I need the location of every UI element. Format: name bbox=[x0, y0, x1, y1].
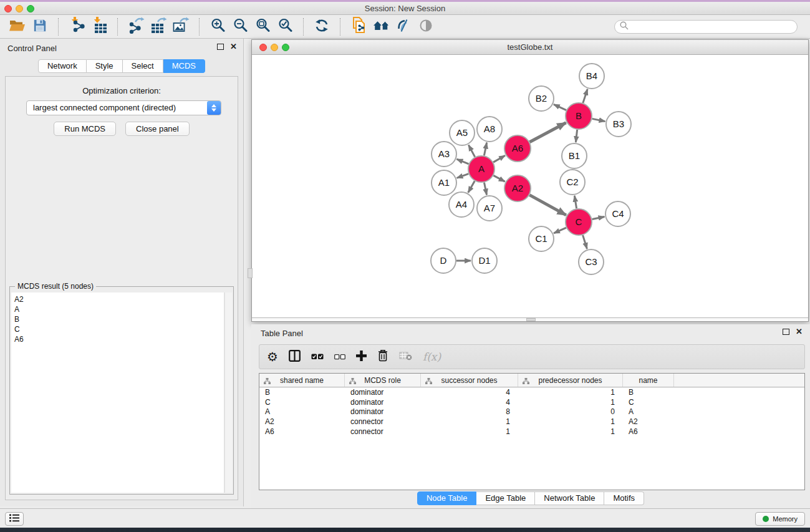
close-panel-button[interactable]: Close panel bbox=[125, 122, 190, 136]
show-panels-button[interactable] bbox=[5, 512, 24, 526]
mcds-result-item[interactable]: A bbox=[11, 304, 224, 314]
close-table-panel-icon[interactable]: ✕ bbox=[796, 329, 803, 335]
graph-edge-B-B4[interactable] bbox=[583, 89, 587, 103]
float-panel-icon[interactable] bbox=[217, 44, 224, 50]
table-row[interactable]: A6connector11A6 bbox=[259, 427, 804, 437]
graph-edge-A-A7[interactable] bbox=[484, 183, 486, 195]
table-row[interactable]: Cdominator41C bbox=[259, 397, 804, 407]
mcds-result-item[interactable]: A2 bbox=[11, 294, 224, 304]
memory-button[interactable]: Memory bbox=[755, 512, 805, 526]
show-eye-button[interactable] bbox=[415, 17, 437, 37]
home-layout-button[interactable] bbox=[370, 17, 392, 37]
graph-edge-A-A3[interactable] bbox=[456, 159, 468, 164]
tab-mcds[interactable]: MCDS bbox=[163, 59, 205, 73]
toolbar-separator bbox=[117, 18, 118, 36]
delete-table-button[interactable] bbox=[399, 348, 412, 365]
graph-node-label-C: C bbox=[576, 216, 582, 227]
plus-icon bbox=[356, 351, 367, 364]
network-zoom-light[interactable] bbox=[282, 44, 289, 51]
export-network-button[interactable] bbox=[125, 17, 147, 37]
column-header-name[interactable]: name bbox=[623, 374, 674, 387]
graph-node-label-B3: B3 bbox=[613, 118, 624, 129]
table-cell: 1 bbox=[421, 427, 518, 436]
graph-edge-B-B1[interactable] bbox=[576, 130, 577, 142]
graph-edge-C-C3[interactable] bbox=[583, 235, 587, 249]
function-builder-button[interactable]: f(x) bbox=[423, 348, 441, 365]
import-table-button[interactable] bbox=[88, 17, 110, 37]
optimization-criterion-dropdown[interactable]: largest connected component (directed) bbox=[26, 100, 221, 115]
table-cell: A2 bbox=[623, 417, 674, 426]
export-image-button[interactable] bbox=[170, 17, 192, 37]
dropdown-stepper-icon bbox=[207, 101, 221, 115]
tab-network-table[interactable]: Network Table bbox=[535, 491, 604, 505]
tab-node-table[interactable]: Node Table bbox=[417, 491, 477, 505]
deselect-all-button[interactable] bbox=[334, 348, 345, 365]
delete-column-button[interactable] bbox=[377, 348, 388, 365]
network-horizontal-scrollbar[interactable] bbox=[252, 317, 808, 321]
table-row[interactable]: Adominator80A bbox=[259, 407, 804, 417]
search-input[interactable] bbox=[632, 21, 797, 32]
open-session-button[interactable] bbox=[6, 17, 29, 37]
save-session-button[interactable] bbox=[29, 17, 51, 37]
graph-edge-A-A8[interactable] bbox=[484, 143, 486, 156]
search-field[interactable] bbox=[614, 20, 798, 34]
graph-edge-A2-C[interactable] bbox=[529, 195, 566, 215]
minimize-window-light[interactable] bbox=[16, 5, 23, 12]
refresh-view-button[interactable] bbox=[311, 17, 333, 37]
list-icon bbox=[9, 513, 19, 525]
zoom-window-light[interactable] bbox=[27, 5, 34, 12]
graph-edge-A6-B[interactable] bbox=[529, 123, 566, 142]
export-table-button[interactable] bbox=[147, 17, 170, 37]
zoom-in-button[interactable] bbox=[206, 17, 229, 37]
network-canvas[interactable]: B4B2BB3B1A5A8A6A3AA1A2C2A4A7CC4C1C3DD1 bbox=[252, 56, 808, 317]
run-mcds-button[interactable]: Run MCDS bbox=[54, 122, 116, 136]
graph-edge-A-A1[interactable] bbox=[457, 174, 469, 178]
zoom-out-button[interactable] bbox=[229, 17, 251, 37]
tab-network[interactable]: Network bbox=[38, 59, 87, 73]
zoom-fit-button[interactable] bbox=[251, 17, 274, 37]
graph-edge-B-B3[interactable] bbox=[592, 118, 605, 121]
tab-style[interactable]: Style bbox=[87, 59, 123, 73]
tab-select[interactable]: Select bbox=[123, 59, 163, 73]
network-vertical-scrollbar-thumb[interactable] bbox=[248, 268, 253, 278]
zoom-selected-button[interactable] bbox=[274, 17, 296, 37]
column-header-predecessor-nodes[interactable]: predecessor nodes bbox=[518, 374, 623, 387]
graph-edge-B-B2[interactable] bbox=[554, 104, 566, 110]
trash-icon bbox=[377, 349, 388, 364]
graph-edge-A-A4[interactable] bbox=[468, 181, 475, 193]
table-row[interactable]: Bdominator41B bbox=[259, 387, 804, 397]
graph-edge-C-C2[interactable] bbox=[574, 196, 576, 209]
toolbar-separator bbox=[199, 18, 200, 36]
graph-edge-C-C4[interactable] bbox=[592, 216, 605, 219]
table-row[interactable]: A2connector11A2 bbox=[259, 417, 804, 427]
close-window-light[interactable] bbox=[4, 5, 12, 12]
graph-edge-A-A2[interactable] bbox=[493, 175, 504, 181]
network-horizontal-scrollbar-thumb[interactable] bbox=[526, 318, 536, 321]
column-settings-button[interactable] bbox=[289, 348, 301, 365]
hide-graphics-details-button[interactable] bbox=[392, 17, 415, 37]
float-table-panel-icon[interactable] bbox=[783, 329, 789, 335]
graph-edge-A-A5[interactable] bbox=[468, 145, 475, 157]
mcds-result-item[interactable]: B bbox=[11, 314, 224, 324]
column-header-shared-name[interactable]: shared name bbox=[259, 374, 345, 387]
network-minimize-light[interactable] bbox=[271, 44, 278, 51]
select-all-button[interactable] bbox=[311, 348, 324, 365]
duplicate-network-button[interactable] bbox=[347, 17, 370, 37]
tab-edge-table[interactable]: Edge Table bbox=[476, 491, 535, 505]
mcds-result-scrollbar[interactable] bbox=[224, 293, 232, 493]
column-header-successor-nodes[interactable]: successor nodes bbox=[421, 374, 518, 387]
mcds-panel-body: Optimization criterion: largest connecte… bbox=[5, 76, 238, 500]
mcds-result-item[interactable]: C bbox=[11, 324, 224, 334]
column-header-MCDS-role[interactable]: MCDS role bbox=[345, 374, 421, 387]
table-settings-button[interactable]: ⚙ bbox=[267, 348, 278, 365]
network-close-light[interactable] bbox=[259, 44, 267, 51]
graph-edge-C-C1[interactable] bbox=[554, 228, 566, 233]
graph-edge-A-A6[interactable] bbox=[493, 155, 505, 162]
table-cell: 1 bbox=[518, 398, 623, 407]
tab-motifs[interactable]: Motifs bbox=[604, 491, 644, 505]
memory-status-icon bbox=[763, 516, 769, 522]
close-panel-icon[interactable]: ✕ bbox=[230, 44, 237, 50]
add-column-button[interactable] bbox=[356, 348, 367, 365]
mcds-result-item[interactable]: A6 bbox=[11, 334, 224, 344]
import-network-button[interactable] bbox=[65, 17, 88, 37]
